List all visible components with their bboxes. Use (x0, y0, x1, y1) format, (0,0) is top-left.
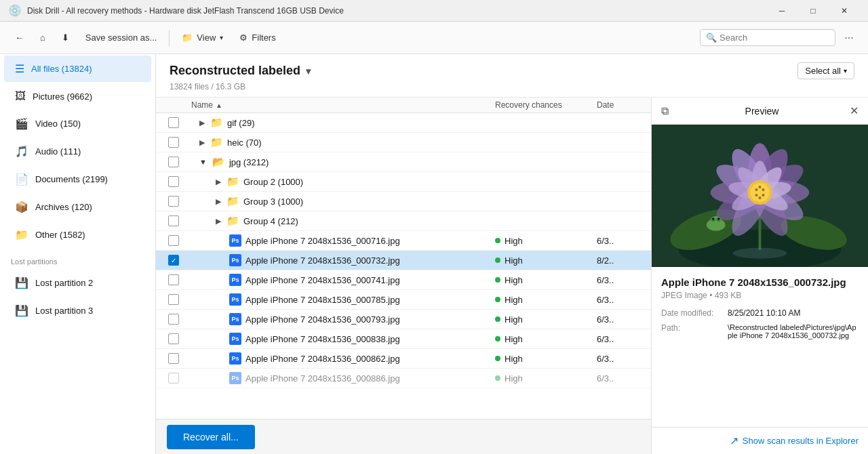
download-button[interactable]: ⬇ (55, 28, 76, 47)
filename-2: Apple iPhone 7 2048x1536_000741.jpg (245, 275, 400, 285)
sidebar: ☰ All files (13824) 🖼 Pictures (9662) 🎬 … (0, 54, 156, 454)
file-row-6[interactable]: Ps Apple iPhone 7 2048x1536_000862.jpg H… (156, 349, 651, 369)
content-title-text: Reconstructed labeled (170, 64, 300, 78)
recovery-column-header[interactable]: Recovery chances (490, 100, 591, 110)
date-file-1: 8/2.. (591, 255, 646, 266)
sidebar-item-lost-partition-2[interactable]: 💾 Lost partition 2 (4, 270, 151, 296)
content-subtitle: 13824 files / 16.3 GB (170, 82, 854, 91)
folder-name-group2: Group 2 (1000) (243, 177, 303, 187)
name-column-header[interactable]: Name ▲ (186, 100, 490, 110)
sidebar-item-lost-partition-3[interactable]: 💾 Lost partition 3 (4, 297, 151, 324)
expand-arrow-jpg[interactable]: ▼ (199, 158, 207, 166)
checkbox-file-1[interactable]: ✓ (168, 255, 179, 266)
recover-all-button[interactable]: Recover all... (167, 425, 255, 449)
ps-icon-2: Ps (229, 274, 241, 286)
svg-point-32 (710, 216, 722, 227)
checkbox-group3[interactable] (168, 196, 179, 207)
folder-row-jpg[interactable]: ▼ 📂 jpg (3212) (156, 152, 651, 172)
recovery-dot-3 (495, 297, 500, 302)
folder-row-group2[interactable]: ▶ 📁 Group 2 (1000) (156, 172, 651, 192)
recovery-dot-2 (495, 277, 500, 283)
back-button[interactable]: ← (8, 28, 31, 47)
checkbox-heic[interactable] (168, 137, 179, 148)
date-column-header[interactable]: Date (591, 100, 646, 110)
more-options-button[interactable]: ··· (838, 27, 860, 49)
title-chevron-icon[interactable]: ▾ (306, 66, 311, 77)
file-row-2[interactable]: Ps Apple iPhone 7 2048x1536_000741.jpg H… (156, 270, 651, 290)
checkbox-jpg[interactable] (168, 157, 179, 167)
recovery-file-4: High (490, 314, 591, 325)
view-button[interactable]: 📁 View ▾ (175, 28, 230, 47)
checkbox-file-6[interactable] (168, 353, 179, 364)
checkbox-file-0[interactable] (168, 235, 179, 246)
folder-row-group3[interactable]: ▶ 📁 Group 3 (1000) (156, 192, 651, 211)
sidebar-item-audio[interactable]: 🎵 Audio (111) (4, 138, 151, 165)
checkbox-gif[interactable] (168, 117, 179, 128)
lost-partition-2-icon: 💾 (15, 276, 28, 289)
checkbox-group2[interactable] (168, 176, 179, 187)
sidebar-item-other[interactable]: 📁 Other (1582) (4, 222, 151, 248)
file-row-1[interactable]: ✓ Ps Apple iPhone 7 2048x1536_000732.jpg… (156, 251, 651, 270)
expand-arrow-heic[interactable]: ▶ (199, 138, 205, 147)
checkbox-group4[interactable] (168, 215, 179, 226)
checkbox-file-2[interactable] (168, 274, 179, 285)
filters-icon: ⚙ (239, 33, 248, 43)
check-group4 (161, 215, 186, 226)
folder-row-gif[interactable]: ▶ 📁 gif (29) (156, 113, 651, 133)
recovery-label-2: High (505, 275, 523, 285)
svg-point-35 (712, 218, 714, 220)
checkbox-file-3[interactable] (168, 294, 179, 305)
file-row-0[interactable]: Ps Apple iPhone 7 2048x1536_000716.jpg H… (156, 231, 651, 251)
recovery-label-3: High (505, 295, 523, 305)
folder-row-heic[interactable]: ▶ 📁 heic (70) (156, 133, 651, 152)
checkbox-file-4[interactable] (168, 314, 179, 325)
show-in-explorer-button[interactable]: ↗ Show scan results in Explorer (730, 434, 859, 447)
ps-icon-0: Ps (229, 234, 241, 247)
view-chevron-icon: ▾ (220, 34, 223, 41)
search-input[interactable] (719, 33, 829, 43)
folder-row-group4[interactable]: ▶ 📁 Group 4 (212) (156, 211, 651, 231)
folder-icon-jpg: 📂 (212, 156, 225, 168)
close-button[interactable]: ✕ (829, 0, 860, 22)
titlebar: 💿 Disk Drill - All recovery methods - Ha… (0, 0, 868, 22)
select-all-button[interactable]: Select all ▾ (797, 62, 854, 79)
save-session-button[interactable]: Save session as... (79, 28, 164, 47)
file-row-3[interactable]: Ps Apple iPhone 7 2048x1536_000785.jpg H… (156, 290, 651, 310)
sidebar-item-documents[interactable]: 📄 Documents (2199) (4, 166, 151, 192)
sidebar-item-all-files[interactable]: ☰ All files (13824) (4, 56, 151, 82)
maximize-button[interactable]: □ (797, 0, 829, 22)
file-list-container: Name ▲ Recovery chances Date (156, 98, 651, 419)
sidebar-item-video[interactable]: 🎬 Video (150) (4, 110, 151, 137)
expand-arrow-group4[interactable]: ▶ (216, 217, 221, 226)
check-group3 (161, 196, 186, 207)
expand-arrow-group2[interactable]: ▶ (216, 178, 221, 186)
checkbox-file-7[interactable] (168, 373, 179, 384)
svg-point-29 (762, 194, 764, 197)
sort-up-icon: ▲ (216, 102, 222, 109)
filters-button[interactable]: ⚙ Filters (233, 28, 282, 47)
main-content-row: Name ▲ Recovery chances Date (156, 98, 868, 454)
sidebar-item-archives[interactable]: 📦 Archives (120) (4, 194, 151, 220)
expand-arrow-group3[interactable]: ▶ (216, 197, 221, 206)
date-file-2: 6/3.. (591, 275, 646, 285)
preview-meta: Date modified: 8/25/2021 10:10 AM Path: … (661, 308, 859, 339)
home-button[interactable]: ⌂ (33, 28, 52, 47)
minimize-button[interactable]: ─ (766, 0, 797, 22)
preview-close-button[interactable]: ✕ (850, 104, 859, 117)
search-container: 🔍 (700, 29, 835, 46)
preview-copy-icon[interactable]: ⧉ (661, 105, 669, 117)
sidebar-item-pictures[interactable]: 🖼 Pictures (9662) (4, 83, 151, 109)
checkbox-file-5[interactable] (168, 333, 179, 344)
content-area: Reconstructed labeled ▾ Select all ▾ 138… (156, 54, 868, 454)
file-row-5[interactable]: Ps Apple iPhone 7 2048x1536_000838.jpg H… (156, 329, 651, 349)
recover-all-label: Recover all... (183, 432, 239, 442)
expand-arrow-gif[interactable]: ▶ (199, 119, 205, 127)
file-row-7[interactable]: Ps Apple iPhone 7 2048x1536_000886.jpg H… (156, 369, 651, 388)
archives-icon: 📦 (15, 201, 28, 213)
svg-point-37 (733, 248, 787, 259)
svg-point-27 (759, 186, 762, 188)
preview-date-label: Date modified: (661, 308, 722, 318)
file-row-4[interactable]: Ps Apple iPhone 7 2048x1536_000793.jpg H… (156, 310, 651, 329)
check-file-7 (161, 373, 186, 384)
file-area: Name ▲ Recovery chances Date (156, 98, 651, 454)
